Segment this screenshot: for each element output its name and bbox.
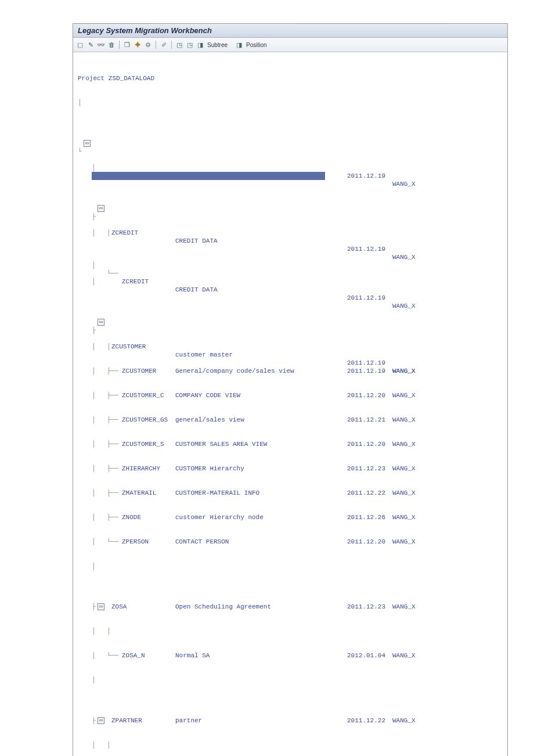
- tree-node-date: 2011.12.19: [347, 294, 385, 302]
- expand-icon[interactable]: ⯌: [133, 40, 142, 49]
- tree-node-name: ZSD_DATALOAD: [94, 180, 140, 188]
- tree-node-name[interactable]: ZCUSTOMER: [122, 367, 156, 375]
- glasses-icon[interactable]: 👓: [96, 40, 106, 49]
- lsmw-overview-window: Legacy System Migration Workbench ▢ ✎ 👓 …: [73, 23, 508, 756]
- node2-icon[interactable]: ◳: [185, 40, 194, 49]
- pencil-icon[interactable]: ✎: [86, 40, 95, 49]
- separator: [171, 41, 172, 49]
- project-tree: Project ZSD_DATALOAD │ └ ▭ ZSD_DATALOAD …: [73, 52, 507, 756]
- tree-node-name[interactable]: ZPARTNER: [111, 717, 142, 725]
- project-label: Project ZSD_DATALOAD: [78, 74, 154, 82]
- collapse-icon[interactable]: ▭: [98, 319, 104, 326]
- new-icon[interactable]: ▢: [75, 40, 85, 49]
- tree-node-desc: CREDIT DATA: [175, 237, 218, 245]
- tree-node-date: 2011.12.19: [347, 359, 385, 367]
- collapse-icon[interactable]: ▭: [98, 717, 104, 724]
- copy-icon[interactable]: ❐: [122, 40, 132, 49]
- tree-node-name[interactable]: ZCUSTOMER_C: [122, 391, 164, 399]
- tree-node-user: WANG_X: [392, 302, 416, 310]
- subtree-label[interactable]: Subtree: [207, 42, 228, 48]
- position-label[interactable]: Position: [246, 42, 267, 48]
- trash-icon[interactable]: 🗑: [107, 40, 116, 49]
- tree-node-project[interactable]: ZSD_DATALOAD SD MODULE DATA LOAD: [92, 172, 325, 180]
- separator: [119, 41, 120, 49]
- window-title: Legacy System Migration Workbench: [73, 24, 507, 38]
- edit-icon[interactable]: ✐: [159, 40, 168, 49]
- toolbar: ▢ ✎ 👓 🗑 ❐ ⯌ ⯐ ✐ ◳ ◳ ◨ Subtree ◨ Position: [73, 38, 507, 52]
- node-icon[interactable]: ◳: [175, 40, 184, 49]
- tree-node-desc: customer master: [175, 351, 233, 359]
- tree-node-date: 2011.12.19: [347, 172, 385, 180]
- tree-node-desc: CREDIT DATA: [175, 286, 218, 294]
- tree-node-name[interactable]: ZHIERARCHY: [122, 465, 160, 473]
- collapse-icon[interactable]: ▭: [84, 140, 91, 147]
- tree-node-date: 2011.12.19: [347, 245, 385, 253]
- tree-node-user: WANG_X: [392, 180, 416, 188]
- tree-node-desc: SD MODULE DATA LOAD: [161, 188, 234, 196]
- tree-node-desc: General/company code/sales view: [175, 367, 294, 375]
- tree-node-name[interactable]: ZPERSON: [122, 538, 149, 546]
- tree-node-name[interactable]: ZCUSTOMER_S: [122, 440, 164, 448]
- position-icon[interactable]: ◨: [234, 40, 244, 49]
- subtree-icon[interactable]: ◨: [196, 40, 205, 49]
- tree-node-name[interactable]: ZOSA: [111, 603, 127, 611]
- tree-node-name[interactable]: ZNODE: [122, 513, 141, 521]
- tree-node-name[interactable]: ZOSA_N: [122, 651, 145, 660]
- collapse-icon[interactable]: ▭: [98, 205, 104, 212]
- collapse-icon[interactable]: ▭: [98, 603, 104, 610]
- tree-node-name[interactable]: ZMATERAIL: [122, 489, 156, 497]
- tree-node-name[interactable]: ZCUSTOMER_GS: [122, 416, 168, 424]
- separator: [156, 41, 156, 49]
- collapse-icon[interactable]: ⯐: [143, 40, 153, 49]
